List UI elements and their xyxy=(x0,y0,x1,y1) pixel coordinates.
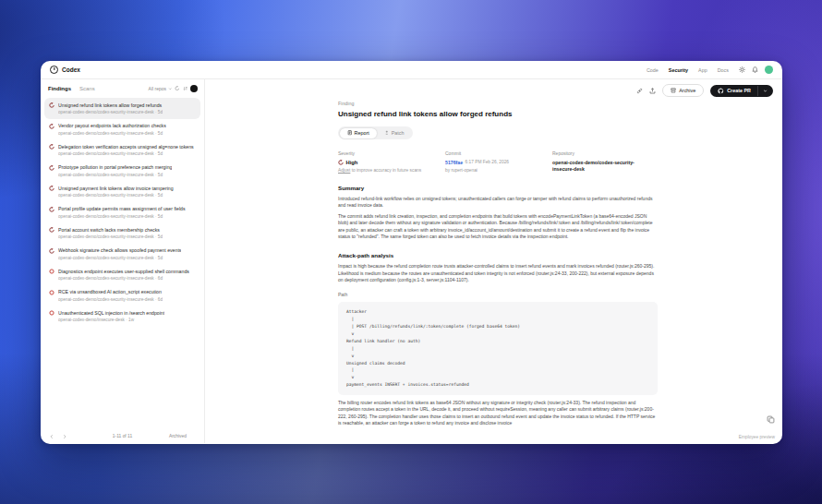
summary-paragraph-1: Introduced refund-link workflow relies o… xyxy=(338,196,658,210)
finding-list-item[interactable]: Delegation token verification accepts un… xyxy=(44,139,200,161)
filter-count-badge[interactable] xyxy=(190,85,198,92)
finding-list-item[interactable]: Vendor payout endpoints lack authorizati… xyxy=(44,119,200,140)
meta-repository: Repository openai-codex-demo/codex-secur… xyxy=(552,150,658,173)
tab-scans[interactable]: Scans xyxy=(79,86,95,91)
detail-toolbar: Archive Create PR xyxy=(636,84,773,97)
finding-item-title: Webhook signature check allows spoofed p… xyxy=(58,247,181,253)
finding-detail-panel: Archive Create PR Finding Unsigned refun… xyxy=(205,79,782,443)
page-prev-icon[interactable] xyxy=(49,434,54,439)
bell-icon[interactable] xyxy=(752,66,758,73)
circle-red-icon xyxy=(49,290,54,295)
details-paragraph: The billing router encodes refund link t… xyxy=(338,400,658,426)
finding-title: Unsigned refund link tokens allow forged… xyxy=(338,110,658,118)
finding-list-item[interactable]: Unsigned payment link tokens allow invoi… xyxy=(44,181,200,202)
finding-list-item[interactable]: Webhook signature check allows spoofed p… xyxy=(44,244,200,265)
sort-icon[interactable] xyxy=(183,86,188,91)
circle-red-icon xyxy=(49,310,54,316)
app-name: Codex xyxy=(62,66,80,73)
finding-item-meta: openai-codex-demo/codex-security-insecur… xyxy=(58,110,163,114)
nav-item-docs[interactable]: Docs xyxy=(718,67,729,73)
finding-list-item[interactable]: RCE via unsandboxed AI action_script exe… xyxy=(44,285,200,306)
nav-item-code[interactable]: Code xyxy=(647,67,659,73)
summary-heading: Summary xyxy=(338,185,658,191)
copy-link-icon[interactable] xyxy=(636,88,643,94)
patch-diff-icon xyxy=(384,130,390,136)
finding-eyebrow: Finding xyxy=(338,101,658,106)
github-icon xyxy=(718,88,724,94)
header-icons xyxy=(739,66,773,74)
finding-item-meta: openai-codex-demo/insecure-desk · 1w xyxy=(58,318,164,322)
adjust-link[interactable]: Adjust xyxy=(338,168,350,173)
finding-list-item[interactable]: Prototype pollution in portal preference… xyxy=(44,161,200,182)
desktop-background: { "colors": { "sync_red": "#8b2f2f", "ri… xyxy=(0,0,822,504)
tab-patch[interactable]: Patch xyxy=(377,128,412,138)
severity-label: Severity xyxy=(338,150,445,156)
archive-button-label: Archive xyxy=(679,88,695,93)
meta-severity: Severity High Adjust to improve accuracy… xyxy=(338,150,445,173)
finding-meta: Severity High Adjust to improve accuracy… xyxy=(338,150,658,173)
finding-item-meta: openai-codex-demo/codex-security-insecur… xyxy=(58,276,189,281)
finding-item-meta: openai-codex-demo/codex-security-insecur… xyxy=(58,214,186,219)
finding-item-meta: openai-codex-demo/codex-security-insecur… xyxy=(58,151,194,156)
create-pr-button[interactable]: Create PR xyxy=(710,85,757,97)
create-pr-dropdown[interactable] xyxy=(757,86,773,96)
codex-logo-icon xyxy=(50,66,58,74)
finding-list-item[interactable]: Portal account switch lacks membership c… xyxy=(44,222,200,244)
refresh-icon[interactable] xyxy=(175,86,180,91)
sidebar-filters: All repos xyxy=(149,85,198,92)
sync-red-icon xyxy=(49,248,54,254)
finding-list-item[interactable]: Diagnostics endpoint executes user-suppl… xyxy=(44,264,200,285)
repository-label: Repository xyxy=(552,150,658,156)
finding-item-title: Delegation token verification accepts un… xyxy=(58,144,194,150)
finding-item-meta: openai-codex-demo/codex-security-insecur… xyxy=(58,234,163,239)
finding-list-item[interactable]: Unsigned refund link tokens allow forged… xyxy=(44,98,200,119)
path-label: Path xyxy=(338,292,658,297)
finding-list-item[interactable]: Unauthenticated SQL injection in /search… xyxy=(44,306,200,327)
copy-report-button[interactable] xyxy=(767,413,775,421)
nav-item-security[interactable]: Security xyxy=(669,67,688,73)
user-avatar[interactable] xyxy=(765,66,773,74)
employee-preview-label: Employee preview xyxy=(739,435,775,439)
archive-button[interactable]: Archive xyxy=(662,84,704,97)
sync-red-icon xyxy=(49,165,54,171)
finding-list-item[interactable]: Portal profile update permits mass assig… xyxy=(44,202,200,223)
sync-red-icon xyxy=(49,186,54,191)
nav-item-app[interactable]: App xyxy=(698,67,707,73)
tab-report[interactable]: Report xyxy=(340,128,377,138)
finding-report: Finding Unsigned refund link tokens allo… xyxy=(338,101,658,426)
sidebar-pagination: 1-11 of 11 Archived xyxy=(41,429,204,443)
finding-item-title: Unsigned refund link tokens allow forged… xyxy=(58,102,163,108)
sync-red-icon xyxy=(49,227,54,233)
attack-path-code-block: Attacker | | POST /billing/refunds/link/… xyxy=(338,302,658,395)
archive-box-icon xyxy=(671,88,676,93)
commit-sha-link[interactable]: 5176fae xyxy=(445,160,463,165)
findings-sidebar: Findings Scans All repos Unsigned refund… xyxy=(41,79,205,443)
severity-value: High xyxy=(346,160,358,165)
report-patch-toggle: ReportPatch xyxy=(338,126,413,139)
severity-adjust: Adjust to improve accuracy in future sca… xyxy=(338,168,445,173)
attack-path-paragraph: Impact is high because the refund comple… xyxy=(338,263,658,283)
repo-filter-dropdown[interactable]: All repos xyxy=(149,86,172,91)
tab-findings[interactable]: Findings xyxy=(48,86,71,91)
repo-filter-label: All repos xyxy=(149,86,166,91)
finding-list: Unsigned refund link tokens allow forged… xyxy=(41,96,204,327)
create-pr-button-group: Create PR xyxy=(710,85,773,97)
finding-item-title: RCE via unsandboxed AI action_script exe… xyxy=(58,289,163,294)
page-next-icon[interactable] xyxy=(62,434,67,439)
gear-icon[interactable] xyxy=(739,66,745,73)
summary-paragraph-2: The commit adds refund link creation, in… xyxy=(338,213,658,240)
finding-item-title: Portal account switch lacks membership c… xyxy=(58,227,163,233)
archived-link[interactable]: Archived xyxy=(169,434,187,438)
sync-red-icon xyxy=(49,144,54,150)
codex-window: Codex CodeSecurityAppDocs Findings Scans… xyxy=(41,61,782,444)
chevron-down-icon xyxy=(763,89,768,93)
sync-red-icon xyxy=(49,207,54,212)
top-nav: CodeSecurityAppDocs xyxy=(647,67,729,73)
circle-red-icon xyxy=(49,269,54,274)
share-icon[interactable] xyxy=(649,88,656,94)
finding-item-title: Unsigned payment link tokens allow invoi… xyxy=(58,186,174,191)
brand: Codex xyxy=(50,66,80,74)
finding-item-title: Vendor payout endpoints lack authorizati… xyxy=(58,123,166,128)
finding-item-title: Prototype pollution in portal preference… xyxy=(58,164,172,170)
window-body: Findings Scans All repos Unsigned refund… xyxy=(41,79,782,443)
